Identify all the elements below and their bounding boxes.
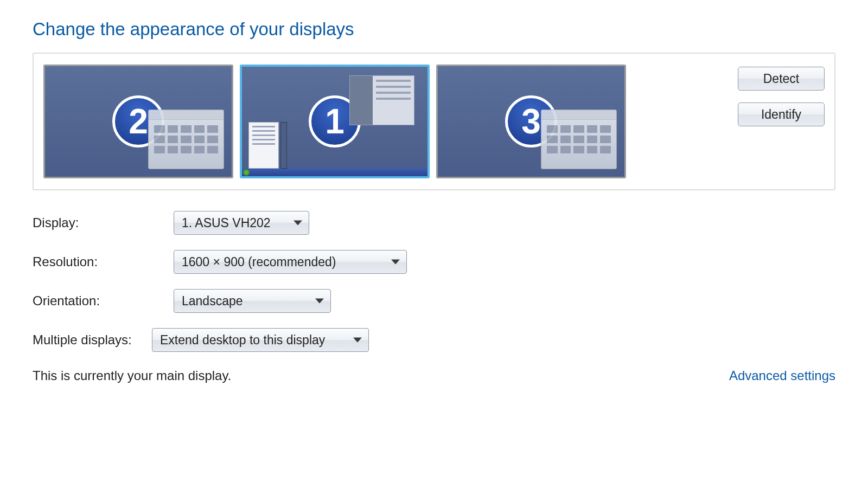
chevron-down-icon <box>315 299 324 304</box>
resolution-select-value: 868 × 488 (recommended) <box>182 255 336 269</box>
window-preview-icon <box>148 110 224 169</box>
window-preview-icon <box>349 75 414 125</box>
taskbar-icon <box>242 169 427 176</box>
multiple-displays-label: Multiple displays: <box>33 332 152 348</box>
display-arrangement-panel: 2 1 <box>33 53 835 190</box>
monitors-area[interactable]: 2 1 <box>43 65 722 178</box>
window-preview-icon <box>248 122 302 169</box>
window-preview-icon <box>541 110 617 169</box>
identify-button[interactable]: Identify <box>738 102 825 126</box>
resolution-select[interactable]: 868 × 488 (recommended) <box>174 250 407 274</box>
chevron-down-icon <box>353 338 362 343</box>
start-button-icon <box>243 169 250 176</box>
display-select-value: 1. ASUS VH202 <box>182 216 271 230</box>
resolution-row: Resolution: 868 × 488 (recommended) <box>33 250 835 274</box>
display-label: Display: <box>33 215 174 230</box>
resolution-label: Resolution: <box>33 254 174 269</box>
settings-form: Display: 1. ASUS VH202 Resolution: 1600 … <box>33 211 835 352</box>
display-row: Display: 1. ASUS VH202 <box>33 211 835 235</box>
chevron-down-icon <box>391 260 400 265</box>
detect-button[interactable]: Detect <box>738 67 825 91</box>
chevron-down-icon <box>293 221 302 226</box>
page-title: Change the appearance of your displays <box>33 19 835 40</box>
multiple-displays-row: Multiple displays: Extend desktop to thi… <box>33 328 835 352</box>
advanced-settings-link[interactable]: Advanced settings <box>729 368 835 383</box>
display-select[interactable]: 1. ASUS VH202 <box>174 211 309 235</box>
side-buttons: Detect Identify <box>738 65 825 126</box>
orientation-select-value: Landscape <box>182 294 243 309</box>
main-display-note: This is currently your main display. <box>33 368 231 383</box>
footer-row: This is currently your main display. Adv… <box>33 368 835 383</box>
multiple-displays-select-value: Extend desktop to this display <box>160 333 325 348</box>
monitor-tile-1[interactable]: 1 <box>240 65 430 178</box>
orientation-label: Orientation: <box>33 293 174 309</box>
orientation-select[interactable]: Landscape <box>174 289 331 313</box>
orientation-row: Orientation: Landscape <box>33 289 835 313</box>
multiple-displays-select[interactable]: Extend desktop to this display <box>152 328 369 352</box>
monitor-tile-2[interactable]: 2 <box>43 65 233 178</box>
monitor-tile-3[interactable]: 3 <box>436 65 626 178</box>
